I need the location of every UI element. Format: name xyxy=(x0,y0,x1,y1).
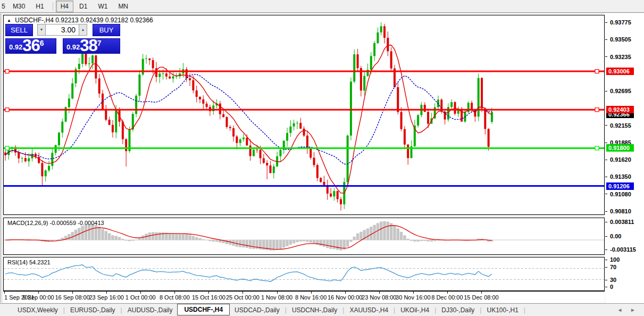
time-tick-mark xyxy=(4,292,5,294)
time-tick-label: 1 Nov 08:00 xyxy=(261,294,292,301)
price-tick-label: 0.93505 xyxy=(610,36,631,43)
rsi-tick-mark xyxy=(605,287,607,287)
time-tick-label: 15 Oct 16:00 xyxy=(192,294,225,301)
trading-terminal-window: 5M30H1H4D1W1MN ▲ USDCHF-,H4 0.92213 0.92… xyxy=(0,0,644,316)
tab-usdcnh-daily[interactable]: USDCNH-,Daily xyxy=(287,305,342,315)
time-tick-mark xyxy=(174,292,175,294)
tab-ukoil-h4[interactable]: UKOil-,H4 xyxy=(396,305,434,315)
price-tick-mark xyxy=(605,125,607,126)
time-tick-label: 25 Oct 00:00 xyxy=(226,294,260,301)
time-tick-mark xyxy=(277,292,278,294)
time-tick-mark xyxy=(345,292,346,294)
macd-label: MACD(12,26,9) -0.000559 -0.000413 xyxy=(7,220,104,226)
tab-separator: | xyxy=(523,306,526,314)
tab-scroll-arrows: ◄ ► xyxy=(617,307,639,313)
price-tick-label: 0.90810 xyxy=(610,208,631,214)
tab-usdchf-h4[interactable]: USDCHF-,H4 xyxy=(177,304,230,315)
rsi-tick-mark xyxy=(605,260,607,260)
tabs-scroll-left-icon[interactable]: ◄ xyxy=(617,307,625,313)
trade-panel-divider xyxy=(5,37,121,38)
timeframe-button-5[interactable]: 5 xyxy=(0,1,7,12)
sell-price-display[interactable]: 0.92 36 6 xyxy=(5,38,56,54)
price-badge-091206: 0.91206 xyxy=(606,182,634,190)
macd-axis-label: 0.00 xyxy=(610,233,621,239)
window-frame-edge xyxy=(1,13,1,303)
price-badge-093006: 0.93006 xyxy=(606,68,634,75)
tab-uk100-h1[interactable]: UK100-,H1 xyxy=(482,305,523,315)
volume-increase-button[interactable]: ▲ xyxy=(79,24,87,36)
volume-stepper: ▼ ▲ xyxy=(37,24,87,36)
chart-symbol-label: USDCHF-,H4 xyxy=(15,16,54,24)
buy-price-point: 7 xyxy=(97,39,102,47)
price-tick-mark xyxy=(605,160,607,160)
sell-button[interactable]: SELL xyxy=(5,24,33,36)
time-tick-label: 23 Nov 08:00 xyxy=(362,294,396,301)
timeframe-button-h1[interactable]: H1 xyxy=(31,1,48,12)
rsi-tick-mark xyxy=(605,267,607,268)
time-tick-mark xyxy=(379,292,380,294)
rsi-chart[interactable] xyxy=(4,257,604,290)
tab-eurusd-daily[interactable]: EURUSD-,Daily xyxy=(65,305,120,315)
time-tick-label: 16 Nov 00:00 xyxy=(328,294,362,301)
time-axis[interactable]: 1 Sep 20219 Sep 00:0016 Sep 08:0023 Sep … xyxy=(3,291,605,303)
price-tick-mark xyxy=(605,91,607,92)
tab-audusd-daily[interactable]: AUDUSD-,Daily xyxy=(123,305,178,315)
price-tick-label: 0.93235 xyxy=(610,54,631,60)
price-tick-mark xyxy=(605,194,607,194)
tab-usdcad-daily[interactable]: USDCAD-,Daily xyxy=(230,305,285,315)
timeframe-button-d1[interactable]: D1 xyxy=(74,1,92,12)
price-tick-label: 0.92155 xyxy=(610,122,631,129)
price-tick-mark xyxy=(605,211,607,212)
sell-price-pips: 36 xyxy=(22,39,39,53)
time-tick-label: 8 Nov 16:00 xyxy=(295,294,327,301)
price-tick-label: 0.93775 xyxy=(610,19,631,26)
macd-indicator-panel[interactable]: MACD(12,26,9) -0.000559 -0.000413 xyxy=(3,218,605,255)
rsi-axis-label: 100 xyxy=(610,256,620,263)
timeframe-button-w1[interactable]: W1 xyxy=(93,1,112,12)
time-tick-mark xyxy=(208,292,209,294)
volume-input[interactable] xyxy=(46,24,79,36)
time-tick-label: 8 Oct 08:00 xyxy=(160,294,190,301)
price-tick-label: 0.91620 xyxy=(610,156,631,163)
rsi-axis-label: 30 xyxy=(610,277,616,283)
price-tick-mark xyxy=(605,143,607,143)
time-tick-mark xyxy=(242,292,243,294)
time-tick-mark xyxy=(413,292,414,294)
time-tick-mark xyxy=(72,292,73,294)
time-tick-label: 8 Dec 00:00 xyxy=(431,294,463,301)
time-tick-label: 30 Nov 16:00 xyxy=(396,294,430,301)
chart-title: ▲ USDCHF-,H4 0.92213 0.92439 0.92182 0.9… xyxy=(7,16,153,24)
time-tick-mark xyxy=(481,292,482,294)
time-tick-mark xyxy=(106,292,107,294)
tab-usdx-weekly[interactable]: USDX,Weekly xyxy=(13,305,63,315)
macd-tick-mark xyxy=(605,236,607,237)
buy-price-display[interactable]: 0.92 38 7 xyxy=(63,38,120,54)
rsi-indicator-panel[interactable]: RSI(14) 54.2321 xyxy=(3,257,605,291)
volume-decrease-button[interactable]: ▼ xyxy=(37,24,46,36)
macd-axis-label: 0.003811 xyxy=(610,219,634,225)
time-tick-label: 16 Sep 08:00 xyxy=(55,294,89,301)
timeframe-button-mn[interactable]: MN xyxy=(113,1,133,12)
price-tick-mark xyxy=(605,177,607,177)
rsi-axis-label: 0 xyxy=(610,284,613,290)
timeframe-button-h4[interactable]: H4 xyxy=(56,1,73,12)
time-tick-label: 23 Sep 16:00 xyxy=(89,294,123,301)
tab-dj30-daily[interactable]: DJ30-,Daily xyxy=(437,305,479,315)
time-tick-mark xyxy=(140,292,141,294)
price-badge-092403: 0.92403 xyxy=(606,106,634,113)
timeframe-button-m30[interactable]: M30 xyxy=(8,1,30,12)
price-axis[interactable]: 0.937750.935050.932350.926950.921550.918… xyxy=(605,13,644,303)
tabs-scroll-right-icon[interactable]: ► xyxy=(630,307,639,313)
timeframe-toolbar: 5M30H1H4D1W1MN xyxy=(0,0,644,13)
time-tick-mark xyxy=(447,292,448,294)
tab-xauusd-h4[interactable]: XAUUSD-,H4 xyxy=(345,305,393,315)
time-tick-label: 9 Sep 00:00 xyxy=(22,294,54,301)
chart-tab-bar: USDX,Weekly|EURUSD-,Daily|AUDUSD-,DailyU… xyxy=(0,303,644,316)
buy-button[interactable]: BUY xyxy=(93,24,120,36)
toolbar-separator xyxy=(53,2,53,11)
time-tick-label: 15 Dec 08:00 xyxy=(464,294,498,301)
price-tick-label: 0.91080 xyxy=(610,191,631,197)
one-click-trade-panel: SELL ▼ ▲ BUY 0.92 36 6 0.92 38 7 xyxy=(5,23,121,54)
macd-tick-mark xyxy=(605,250,607,250)
time-tick-mark xyxy=(38,292,39,294)
